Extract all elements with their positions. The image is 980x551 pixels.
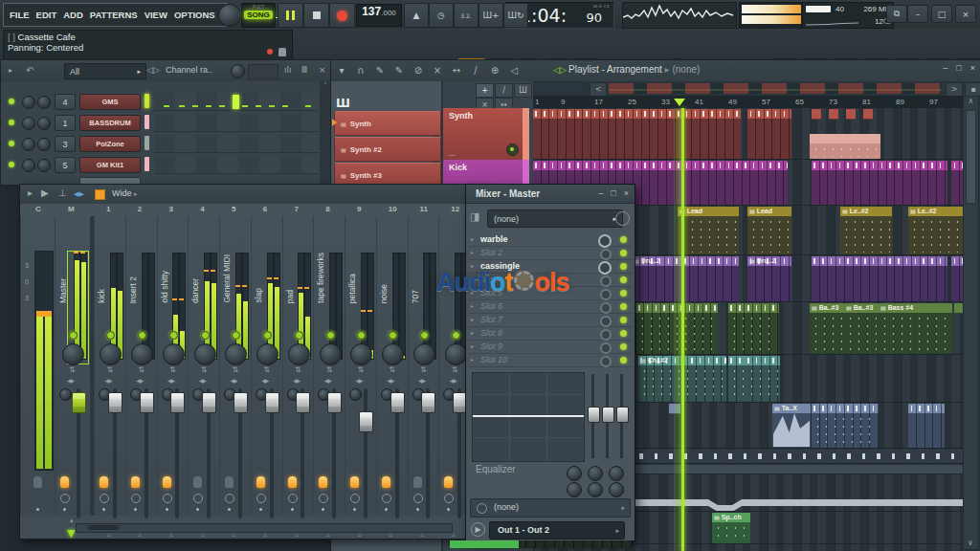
channel-target-swatch[interactable] [145, 115, 149, 129]
mixer-strip-5[interactable]: General MIDI⇅◀▶▵ [219, 216, 253, 516]
pattern-item-1[interactable]: ▤Synth [334, 111, 441, 136]
strip-pan-knob[interactable] [445, 343, 467, 365]
mixer-strip-4[interactable]: dancer⇅◀▶▵ [188, 216, 221, 516]
playlist-clip[interactable] [728, 303, 779, 354]
playlist-clip[interactable] [812, 161, 947, 205]
menu-options[interactable]: OPTIONS [174, 10, 215, 20]
swing-knob[interactable] [231, 64, 245, 78]
mixer-strip-master[interactable]: Master⇅◀▶▴▼ [55, 216, 91, 516]
magnet-snap[interactable]: ∩ [354, 62, 368, 77]
playlist-clip[interactable] [954, 303, 963, 314]
strip-led[interactable] [69, 331, 78, 340]
input-record-clock-icon[interactable] [615, 211, 630, 226]
keyboard-editor-icon[interactable]: Ⅲ [301, 65, 307, 75]
slot-enable-led[interactable] [620, 330, 627, 337]
mute-tool[interactable]: × [431, 62, 444, 77]
transport-metronome-button[interactable]: ▲ [404, 3, 429, 28]
strip-fader[interactable] [395, 388, 399, 518]
slot-enable-led[interactable] [620, 250, 627, 256]
slot-mix-knob[interactable] [600, 356, 612, 367]
strip-fx-lamp[interactable] [413, 476, 422, 488]
scroll-left-button[interactable]: < [590, 82, 607, 97]
playlist-clip[interactable]: Ba..#3 [810, 303, 844, 354]
menu-arrow-icon[interactable]: ▸ [28, 187, 33, 198]
playlist-clip[interactable] [846, 109, 856, 120]
strip-fader[interactable] [270, 388, 274, 518]
slot-enable-led[interactable] [620, 263, 627, 270]
master-dock-arrow-icon[interactable]: ▼ [67, 527, 75, 540]
playlist-ruler[interactable]: 191725334149576573818997 [533, 96, 963, 109]
channel-number[interactable]: 3 [55, 136, 76, 152]
strip-led[interactable] [452, 331, 460, 340]
playlist-clip[interactable] [812, 256, 947, 301]
strip-input-knob[interactable] [349, 388, 362, 401]
strip-pan-knob[interactable] [382, 343, 404, 365]
strip-pan-knob[interactable] [256, 343, 278, 365]
playlist-clip[interactable]: Bass #4 [879, 303, 952, 354]
strip-clock-icon[interactable] [382, 494, 391, 503]
strip-fader[interactable] [145, 388, 148, 518]
menu-view[interactable]: VIEW [145, 10, 167, 20]
strip-fx-lamp[interactable] [350, 476, 359, 488]
channel-volume-knob[interactable] [37, 138, 51, 151]
playlist-clip[interactable] [728, 356, 780, 402]
fader-thumb[interactable] [421, 392, 435, 413]
effect-slot-8[interactable]: ▸Slot 8 [468, 326, 633, 341]
strip-fader[interactable] [207, 388, 211, 518]
playlist-vscrollbar[interactable]: ∧∨ [963, 96, 979, 550]
mixer-view-selector[interactable]: Wide ▸ [112, 188, 138, 198]
strip-fx-lamp[interactable] [256, 476, 265, 488]
effect-slot-9[interactable]: ▸Slot 9 [468, 340, 633, 354]
strip-led[interactable] [201, 331, 210, 340]
playlist-clip[interactable] [951, 256, 963, 301]
menu-edit[interactable]: EDIT [36, 10, 57, 20]
playlist-clip[interactable] [812, 404, 879, 448]
strip-fader[interactable] [175, 388, 179, 518]
strip-pan-knob[interactable] [100, 343, 122, 365]
mixer-strip-9[interactable]: petallica⇅◀▶▵ [345, 216, 378, 516]
mixer-strip-3[interactable]: old shitty⇅◀▶▵ [157, 216, 190, 516]
channel-led[interactable] [9, 99, 14, 104]
slot-enable-led[interactable] [620, 357, 627, 364]
playlist-clip[interactable] [747, 109, 791, 159]
eq-band-knob-3[interactable] [609, 482, 624, 497]
playlist-clip[interactable] [829, 109, 838, 120]
mixer-master-minimize-button[interactable]: – [598, 188, 603, 198]
mixer-strip-7[interactable]: pad⇅◀▶▵ [282, 216, 316, 516]
strip-led[interactable] [326, 331, 335, 340]
transport-countdown-button[interactable]: 3.2. [454, 3, 479, 28]
strip-pan-knob[interactable] [413, 343, 435, 365]
strip-clock-icon[interactable] [60, 494, 70, 503]
move-tool[interactable]: + [476, 83, 494, 98]
channel-pan-knob[interactable] [22, 138, 35, 151]
app-minimize-button[interactable]: – [907, 5, 928, 23]
track-record-led[interactable] [506, 143, 519, 156]
strip-input-knob[interactable] [59, 388, 72, 401]
channel-volume-knob[interactable] [37, 117, 51, 130]
slice-tool[interactable]: / [469, 62, 482, 77]
detach-icon[interactable]: ◁▷ [146, 65, 160, 75]
fader-thumb[interactable] [140, 392, 154, 413]
pattern-item-2[interactable]: ▤Synth #2 [334, 137, 441, 162]
fader-thumb[interactable] [327, 392, 342, 413]
eq-high-fader[interactable] [620, 374, 623, 458]
channel-button[interactable]: GMS [79, 94, 141, 110]
playlist-clip[interactable]: Lead [678, 207, 739, 254]
mixer-strip-6[interactable]: slap⇅◀▶▵ [251, 216, 284, 516]
pat-song-switch[interactable]: PAT SONG [241, 3, 276, 28]
strip-fx-lamp[interactable] [225, 476, 234, 488]
channel-pan-knob[interactable] [22, 159, 35, 172]
channel-pan-knob[interactable] [22, 117, 35, 130]
transport-wait-for-input-button[interactable]: ◷ [429, 3, 454, 28]
playlist-clip[interactable] [951, 161, 963, 205]
graph-editor-icon[interactable]: ılı [284, 65, 292, 75]
undo-icon[interactable]: ↶ [26, 65, 33, 76]
menu-patterns[interactable]: PATTERNS [90, 10, 138, 20]
strip-pan-knob[interactable] [350, 343, 372, 365]
fader-thumb[interactable] [390, 392, 405, 413]
playlist-clip[interactable]: Dru..2 [632, 256, 739, 301]
strip-led[interactable] [169, 331, 178, 340]
mixer-hscrollbar[interactable] [76, 523, 453, 533]
eq-freq-knob-3[interactable] [609, 466, 624, 481]
equalizer-graph[interactable] [472, 372, 585, 462]
